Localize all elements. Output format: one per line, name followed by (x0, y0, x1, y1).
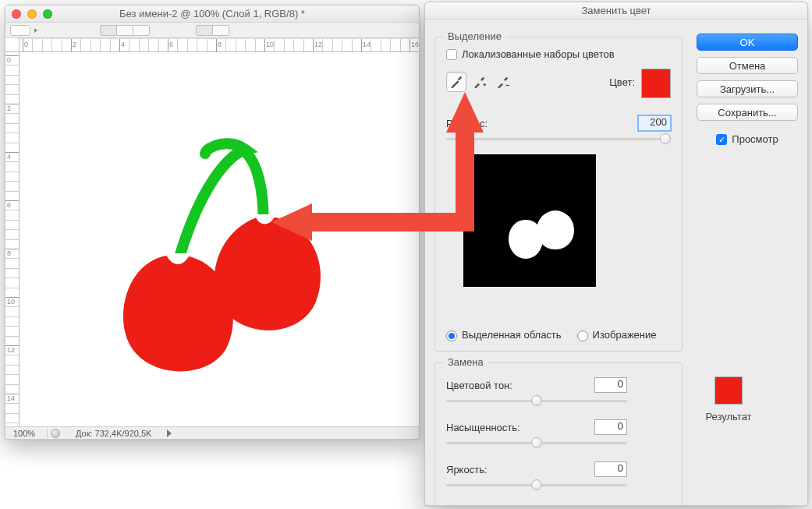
tolerance-label: Разброс: (446, 118, 488, 129)
saturation-input[interactable]: 0 (594, 419, 627, 435)
replace-fieldset: Замена Цветовой тон: 0 Насыщенность: 0 Я… (434, 362, 683, 509)
result-swatch[interactable] (714, 376, 743, 405)
editor-title: Без имени-2 @ 100% (Слой 1, RGB/8) * (12, 8, 413, 19)
dialog-title: Заменить цвет (425, 2, 807, 19)
tolerance-slider[interactable] (446, 133, 671, 145)
eyedropper-button[interactable] (446, 72, 466, 92)
window-close-button[interactable] (12, 9, 21, 19)
artboard[interactable] (20, 52, 419, 426)
result-label: Результат (693, 411, 764, 422)
brightness-label: Яркость: (446, 464, 488, 475)
tool-preset-dropdown[interactable] (10, 25, 30, 36)
result-box: Результат (693, 376, 764, 422)
replace-color-dialog: Заменить цвет OK Отмена Загрузить... Сох… (424, 2, 808, 506)
brightness-slider[interactable] (446, 479, 627, 491)
load-button[interactable]: Загрузить... (697, 80, 798, 97)
radio-selected-area[interactable]: Выделенная область (446, 329, 562, 341)
status-bar: 100% Док: 732,4K/920,5K (5, 426, 419, 439)
saturation-slider[interactable] (446, 437, 627, 449)
ruler-corner (5, 38, 20, 52)
ruler-vertical[interactable]: 02468101214 (5, 52, 20, 426)
selection-fieldset: Выделение ✓ Локализованные наборы цветов (434, 37, 683, 352)
status-expand-icon[interactable] (167, 429, 172, 437)
localized-label: Локализованные наборы цветов (462, 48, 615, 60)
canvas-artwork (121, 138, 347, 372)
eyedropper-icon (449, 75, 463, 89)
options-bar (5, 23, 419, 38)
saturation-label: Насыщенность: (446, 422, 520, 433)
eyedropper-plus-icon (473, 75, 487, 89)
tolerance-input[interactable]: 200 (638, 115, 671, 131)
sample-layer-segment[interactable] (197, 25, 229, 36)
window-zoom-button[interactable] (43, 9, 52, 19)
eyedropper-minus-button[interactable] (493, 72, 513, 92)
color-label: Цвет: (609, 76, 635, 88)
hue-slider[interactable] (446, 394, 627, 407)
sample-size-segment[interactable] (101, 25, 150, 36)
selection-preview[interactable] (463, 154, 596, 287)
zoom-level[interactable]: 100% (9, 429, 48, 438)
localized-checkbox[interactable]: ✓ (446, 49, 457, 60)
editor-titlebar: Без имени-2 @ 100% (Слой 1, RGB/8) * (5, 5, 419, 23)
ok-button[interactable]: OK (697, 34, 798, 51)
cancel-button[interactable]: Отмена (697, 57, 798, 74)
eyedropper-plus-button[interactable] (470, 72, 490, 92)
window-minimize-button[interactable] (27, 9, 37, 19)
hue-input[interactable]: 0 (594, 377, 627, 393)
editor-window: Без имени-2 @ 100% (Слой 1, RGB/8) * 024… (5, 5, 420, 440)
color-swatch[interactable] (641, 69, 671, 98)
save-button[interactable]: Сохранить... (697, 104, 798, 121)
radio-image[interactable]: Изображение (577, 329, 657, 341)
ruler-horizontal[interactable]: 0246810121416 (20, 38, 419, 52)
doc-status-icon[interactable] (51, 429, 60, 438)
preview-label: Просмотр (732, 133, 778, 145)
selection-legend: Выделение (443, 30, 506, 42)
brightness-input[interactable]: 0 (594, 461, 627, 477)
hue-label: Цветовой тон: (446, 380, 512, 391)
doc-size: Док: 732,4K/920,5K (65, 429, 162, 438)
canvas-area: 0246810121416 02468101214 (5, 38, 419, 426)
eyedropper-minus-icon (496, 75, 510, 89)
replace-legend: Замена (443, 356, 488, 368)
preview-checkbox[interactable]: ✓ (716, 134, 727, 145)
